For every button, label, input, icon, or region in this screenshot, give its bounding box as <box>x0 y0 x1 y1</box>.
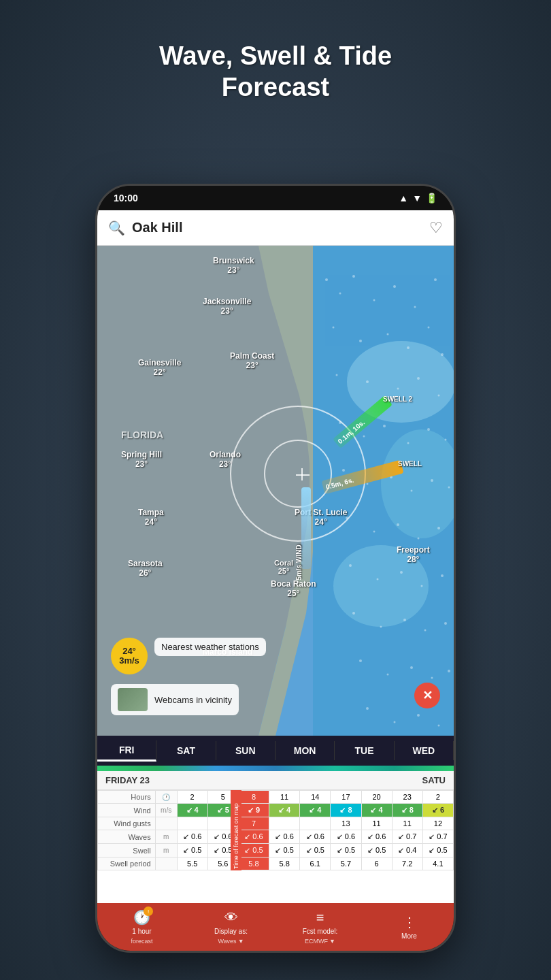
svg-point-15 <box>387 333 389 336</box>
forecast-area: FRIDAY 23 SATU Hours 🕐 2 5 8 11 14 17 20 <box>97 771 454 903</box>
svg-point-47 <box>380 626 382 628</box>
favorite-icon[interactable]: ♡ <box>429 219 443 237</box>
hours-label: Hours <box>98 791 156 804</box>
wind-speed: 3m/s <box>119 656 139 666</box>
wind-v-11: ↙ 4 <box>269 804 300 817</box>
status-bar: 10:00 ▲ ▼ 🔋 <box>97 186 454 210</box>
status-icons: ▲ ▼ 🔋 <box>399 193 437 203</box>
bottom-nav: 🕐 ! 1 hour forecast 👁 Display as: Waves … <box>97 903 454 951</box>
swell-2b: ↙ 0.5 <box>422 844 453 858</box>
tab-fri[interactable]: FRI <box>97 740 156 762</box>
gust-17: 13 <box>331 817 361 830</box>
close-button[interactable]: ✕ <box>414 683 440 708</box>
wave-17: ↙ 0.6 <box>331 830 361 844</box>
city-tampa: Tampa24° <box>138 508 164 527</box>
wave-11: ↙ 0.6 <box>269 830 300 844</box>
layers-icon: ≡ <box>316 910 324 926</box>
svg-point-51 <box>359 659 362 662</box>
waves-label: Waves <box>98 830 156 844</box>
wind-v-20: ↙ 4 <box>361 804 392 817</box>
gust-23: 11 <box>392 817 422 830</box>
tab-tue[interactable]: TUE <box>335 741 394 760</box>
wind-unit: m/s <box>155 804 177 817</box>
status-time: 10:00 <box>114 193 138 203</box>
header-line1: Wave, Swell & Tide <box>0 41 551 72</box>
webcam-bubble[interactable]: Webcams in vicinity <box>111 684 239 715</box>
hour-23: 23 <box>392 791 422 804</box>
city-gainesville: Gainesville22° <box>138 358 181 377</box>
nav-display-sublabel: Waves ▼ <box>218 938 244 945</box>
svg-point-9 <box>373 299 375 301</box>
svg-point-25 <box>363 436 365 438</box>
more-icon: ⋮ <box>403 914 416 930</box>
svg-point-28 <box>427 428 430 431</box>
sp-23: 7.2 <box>392 858 422 870</box>
swell-row-label: Swell <box>98 844 156 858</box>
forecast-color-bar <box>97 766 454 771</box>
nav-item-more[interactable]: ⋮ More <box>365 910 454 945</box>
swell-period-row: Swell period 5.5 5.6 5.8 5.8 6.1 5.7 6 7… <box>98 858 454 870</box>
wind-gusts-row: Wind gusts 7 13 11 11 12 <box>98 817 454 830</box>
gust-2b: 12 <box>422 817 453 830</box>
svg-point-58 <box>417 714 420 717</box>
svg-point-52 <box>387 674 389 676</box>
city-brunswick: Brunswick23° <box>213 256 254 275</box>
nav-item-display[interactable]: 👁 Display as: Waves ▼ <box>186 906 276 949</box>
radar-circle-inner <box>264 440 332 508</box>
sp-2: 5.5 <box>177 858 207 870</box>
swell-14: ↙ 0.5 <box>300 844 331 858</box>
nav-forecast-label: 1 hour <box>132 928 151 936</box>
forecast-badge: ! <box>144 906 153 916</box>
forecast-header: FRIDAY 23 SATU <box>97 771 454 790</box>
svg-point-41 <box>349 564 352 567</box>
nav-icon-wrapper-forecast: 🕐 ! <box>133 909 150 926</box>
temp-value: 24° <box>122 647 136 656</box>
svg-point-33 <box>411 490 413 492</box>
svg-point-49 <box>424 630 427 632</box>
search-bar[interactable]: 🔍 Oak Hill ♡ <box>97 210 454 246</box>
search-icon: 🔍 <box>108 220 125 236</box>
wind-v-17: ↙ 8 <box>331 804 361 817</box>
hour-2: 2 <box>177 791 207 804</box>
wind-gusts-label: Wind gusts <box>98 817 156 830</box>
nav-forecast-sublabel: forecast <box>131 938 152 945</box>
hours-unit: 🕐 <box>155 791 177 804</box>
gust-20: 11 <box>361 817 392 830</box>
swell-23: ↙ 0.4 <box>392 844 422 858</box>
forecast-date: FRIDAY 23 <box>105 775 150 785</box>
tab-mon[interactable]: MON <box>276 741 335 760</box>
wind-arrow <box>301 487 311 569</box>
wind-v-2b: ↙ 6 <box>422 804 453 817</box>
wave-20: ↙ 0.6 <box>361 830 392 844</box>
tab-wed[interactable]: WED <box>395 741 454 760</box>
nav-item-model[interactable]: ≡ Fcst model: ECMWF ▼ <box>276 906 365 949</box>
wifi-icon: ▼ <box>412 193 422 203</box>
map-area[interactable]: Brunswick23° Jacksonville23° Gainesville… <box>97 246 454 736</box>
svg-point-6 <box>325 278 328 281</box>
webcam-text: Webcams in vicinity <box>154 695 232 705</box>
svg-point-11 <box>414 306 416 308</box>
waves-unit: m <box>155 830 177 844</box>
svg-point-46 <box>352 612 355 615</box>
crosshair-v <box>301 468 303 480</box>
city-springhill: Spring Hill23° <box>121 450 162 469</box>
wind-v-2: ↙ 4 <box>177 804 207 817</box>
hours-row: Hours 🕐 2 5 8 11 14 17 20 23 2 <box>98 791 454 804</box>
temp-circle: 24° 3m/s <box>111 638 148 674</box>
tab-sun[interactable]: SUN <box>216 741 276 760</box>
weather-info: Nearest weather stations <box>154 638 266 656</box>
svg-point-20 <box>366 380 369 383</box>
svg-point-27 <box>407 442 410 444</box>
nav-more-label: More <box>401 932 417 941</box>
forecast-next-date: SATU <box>422 775 446 785</box>
nav-item-forecast[interactable]: 🕐 ! 1 hour forecast <box>97 905 186 949</box>
chevron-down-icon-2: ▼ <box>329 938 335 945</box>
svg-point-17 <box>428 327 430 329</box>
day-tabs: FRI SAT SUN MON TUE WED <box>97 736 454 766</box>
hour-20: 20 <box>361 791 392 804</box>
sp-8: 5.8 <box>238 858 269 870</box>
chevron-down-icon: ▼ <box>238 938 244 945</box>
swell-20: ↙ 0.5 <box>361 844 392 858</box>
svg-point-56 <box>366 707 369 710</box>
tab-sat[interactable]: SAT <box>156 741 216 760</box>
